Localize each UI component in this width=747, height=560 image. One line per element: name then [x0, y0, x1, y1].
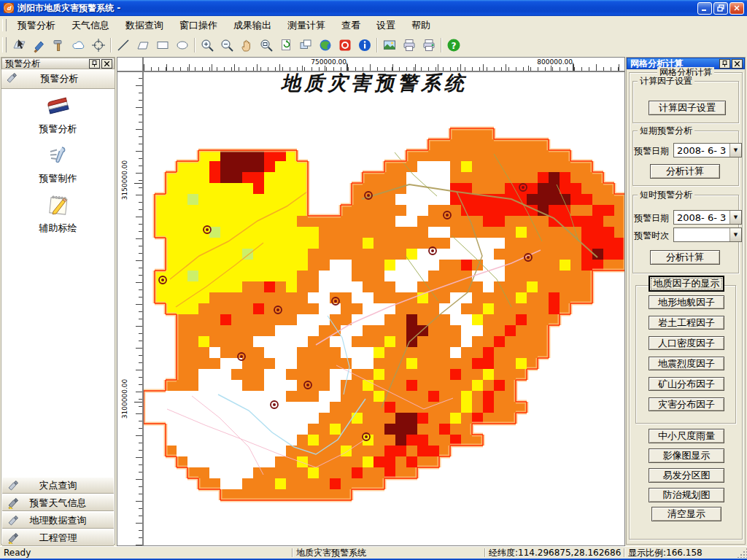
ruler-label: 800000.00 — [528, 58, 573, 66]
pan-icon[interactable] — [236, 35, 256, 55]
status-scale: 显示比例:166.158 — [624, 547, 723, 559]
rainfall-button[interactable]: 中小尺度雨量 — [649, 429, 724, 443]
rect-tool-icon[interactable] — [152, 35, 172, 55]
combo-value: 2008- 6- 3 — [674, 145, 729, 156]
seismic-factor-button[interactable]: 地震烈度因子 — [649, 357, 724, 370]
minimize-button[interactable] — [697, 2, 712, 15]
right-panel-body: 网格分析计算 计算因子设置 计算因子设置 短期预警分析 预警日期 2008- 6… — [627, 69, 745, 544]
left-panel-item-辅助标绘[interactable]: 辅助标绘 — [1, 192, 115, 235]
menu-item-成果输出[interactable]: 成果输出 — [225, 16, 279, 34]
short-term-date-combo[interactable]: 2008- 6- 3 ▼ — [673, 143, 742, 158]
prevention-plan-button[interactable]: 防治规划图 — [649, 488, 724, 502]
ellipse-tool-icon[interactable] — [172, 35, 192, 55]
terrain-factor-button[interactable]: 地形地貌因子 — [649, 295, 724, 309]
left-panel-item-预警分析[interactable]: 预警分析 — [1, 93, 115, 136]
menu-item-帮助[interactable]: 帮助 — [403, 16, 438, 34]
menu-item-窗口操作[interactable]: 窗口操作 — [171, 16, 225, 34]
left-panel-bar-预警天气信息[interactable]: 预警天气信息 — [2, 494, 114, 511]
geology-factor-display-button[interactable]: 地质因子的显示 — [649, 276, 724, 292]
window-title: 浏阳市地质灾害预警系统 - — [18, 2, 697, 15]
menu-item-查看[interactable]: 查看 — [333, 16, 368, 34]
zoom-in-icon[interactable] — [197, 35, 217, 55]
short-term-analyze-button[interactable]: 分析计算 — [650, 164, 720, 179]
app-icon: d — [3, 2, 15, 14]
left-panel-item-预警制作[interactable]: 预警制作 — [1, 142, 115, 185]
short-time-times-combo[interactable]: ▼ — [673, 228, 742, 242]
info-icon[interactable] — [355, 35, 374, 55]
brush-tool-icon — [7, 532, 19, 546]
print-setup-icon[interactable] — [419, 35, 438, 55]
left-panel: 预警分析 预警分析 预警分析预警制作辅助标绘 灾点查询预警天气信息地理数据查询工… — [1, 57, 115, 545]
short-time-times-label: 预警时次 — [634, 230, 669, 242]
chevron-down-icon[interactable]: ▼ — [729, 228, 741, 241]
pin-icon[interactable] — [89, 59, 100, 69]
zoom-extent-icon[interactable] — [256, 35, 276, 55]
close-button[interactable] — [729, 2, 744, 15]
left-panel-title: 预警分析 — [5, 58, 88, 70]
warning-make-icon — [45, 142, 71, 168]
status-system-name: 地质灾害预警系统 — [293, 547, 484, 559]
hazard-factor-button[interactable]: 灾害分布因子 — [649, 397, 724, 411]
help-icon[interactable]: ? — [444, 35, 463, 55]
imagery-button[interactable]: 影像图显示 — [649, 448, 724, 463]
menu-item-测量计算[interactable]: 测量计算 — [279, 16, 333, 34]
chevron-down-icon[interactable]: ▼ — [729, 144, 741, 157]
close-icon[interactable] — [732, 59, 743, 69]
left-panel-bar-工程管理[interactable]: 工程管理 — [2, 529, 114, 546]
close-icon[interactable] — [101, 59, 112, 69]
left-panel-section-header[interactable]: 预警分析 — [1, 69, 115, 89]
locate-icon[interactable] — [88, 35, 108, 55]
menu-item-数据查询[interactable]: 数据查询 — [117, 16, 171, 34]
status-bar: Ready 地质灾害预警系统 经纬度:114.296875,28.162686 … — [0, 546, 747, 559]
globe-icon[interactable] — [315, 35, 335, 55]
left-panel-titlebar: 预警分析 — [1, 58, 115, 69]
restore-button[interactable] — [713, 2, 728, 15]
status-coordinates: 经纬度:114.296875,28.162686 — [485, 547, 624, 559]
layers-icon[interactable] — [295, 35, 315, 55]
menu-grip[interactable] — [2, 19, 7, 32]
window-titlebar: d 浏阳市地质灾害预警系统 - — [0, 0, 747, 16]
left-panel-bar-灾点查询[interactable]: 灾点查询 — [2, 477, 114, 494]
susceptibility-button[interactable]: 易发分区图 — [649, 468, 724, 483]
menu-item-设置[interactable]: 设置 — [368, 16, 403, 34]
population-factor-button[interactable]: 人口密度因子 — [649, 336, 724, 350]
zoom-out-icon[interactable] — [217, 35, 236, 55]
print-icon[interactable] — [399, 35, 419, 55]
warning-map[interactable]: 地质灾害预警系统 — [144, 72, 625, 545]
combo-value: 2008- 6- 3 — [674, 212, 729, 223]
polygon-tool-icon[interactable] — [133, 35, 152, 55]
image-display-icon[interactable] — [379, 35, 399, 55]
resize-grip[interactable] — [737, 548, 747, 558]
brush-tool-icon — [7, 497, 19, 511]
stop-icon[interactable] — [335, 35, 355, 55]
menu-item-预警分析[interactable]: 预警分析 — [9, 16, 63, 34]
toolbar-separator — [194, 38, 195, 52]
short-time-date-combo[interactable]: 2008- 6- 3 ▼ — [673, 210, 742, 225]
hammer-icon[interactable] — [49, 35, 69, 55]
select-map-icon[interactable] — [9, 35, 29, 55]
geotech-factor-button[interactable]: 岩土工程因子 — [649, 316, 724, 330]
left-panel-bar-地理数据查询[interactable]: 地理数据查询 — [2, 512, 114, 529]
edit-brush-icon[interactable] — [29, 35, 49, 55]
calc-factor-settings-button[interactable]: 计算因子设置 — [649, 101, 726, 115]
menu-item-天气信息[interactable]: 天气信息 — [63, 16, 117, 34]
mine-factor-button[interactable]: 矿山分布因子 — [649, 377, 724, 391]
toolbar-grip[interactable] — [2, 37, 7, 52]
workspace: 预警分析 预警分析 预警分析预警制作辅助标绘 灾点查询预警天气信息地理数据查询工… — [0, 55, 747, 546]
map-canvas[interactable]: 地质灾害预警系统 — [143, 71, 625, 546]
pin-icon[interactable] — [719, 59, 730, 69]
trowel-icon — [6, 72, 18, 86]
ruler-label: 3150000.00 — [121, 155, 128, 206]
ruler-label: 750000.00 — [302, 58, 347, 66]
trowel-icon — [7, 480, 19, 494]
cloud-icon[interactable] — [69, 35, 88, 55]
short-term-date-label: 预警日期 — [634, 145, 669, 158]
clear-display-button[interactable]: 清空显示 — [651, 507, 721, 521]
chevron-down-icon[interactable]: ▼ — [729, 211, 741, 224]
short-time-analyze-button[interactable]: 分析计算 — [650, 250, 720, 265]
refresh-icon[interactable] — [276, 35, 295, 55]
toolbar-separator — [110, 38, 111, 52]
svg-text:?: ? — [451, 40, 456, 50]
line-tool-icon[interactable] — [113, 35, 133, 55]
short-time-date-label: 预警日期 — [634, 212, 669, 225]
